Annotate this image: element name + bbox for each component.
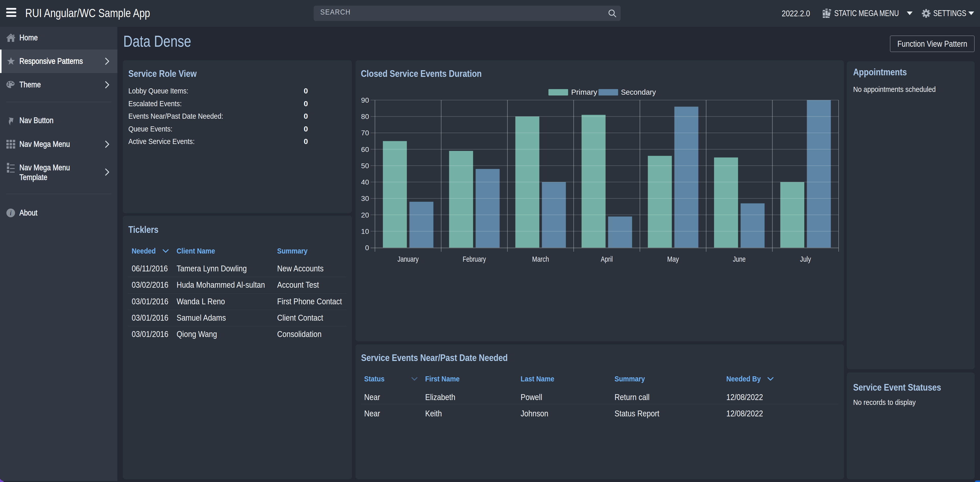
svg-text:Primary: Primary xyxy=(571,88,597,96)
svg-text:70: 70 xyxy=(361,129,369,137)
svg-text:0: 0 xyxy=(365,244,369,252)
svg-text:May: May xyxy=(667,255,679,263)
svg-text:July: July xyxy=(800,255,811,263)
svg-text:20: 20 xyxy=(361,211,369,219)
svg-text:February: February xyxy=(463,255,486,263)
svg-text:March: March xyxy=(532,255,549,263)
svg-text:April: April xyxy=(601,255,613,263)
svg-text:90: 90 xyxy=(361,96,369,104)
svg-text:i: i xyxy=(10,210,12,216)
svg-text:60: 60 xyxy=(361,146,369,153)
svg-text:January: January xyxy=(398,255,419,263)
svg-text:50: 50 xyxy=(361,162,369,170)
svg-text:10: 10 xyxy=(361,227,369,235)
svg-text:40: 40 xyxy=(361,178,369,186)
svg-text:80: 80 xyxy=(361,113,369,121)
svg-text:June: June xyxy=(733,255,746,263)
svg-text:30: 30 xyxy=(361,194,369,202)
svg-text:Secondary: Secondary xyxy=(621,88,656,96)
